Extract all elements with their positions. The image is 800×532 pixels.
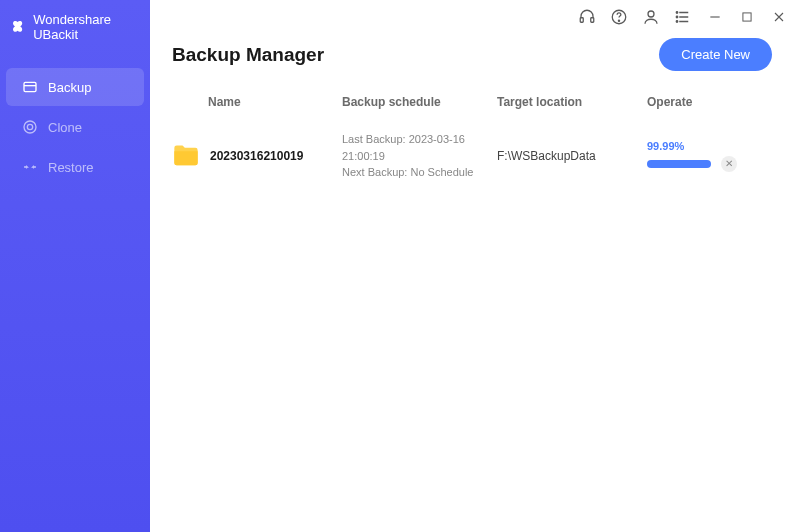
backup-name: 20230316210019 bbox=[210, 149, 303, 163]
user-icon[interactable] bbox=[642, 8, 660, 26]
svg-point-9 bbox=[676, 16, 678, 18]
sidebar-item-label: Restore bbox=[48, 160, 94, 175]
sidebar-item-label: Backup bbox=[48, 80, 91, 95]
col-header-target: Target location bbox=[497, 95, 647, 109]
sidebar-nav: Backup Clone Restore bbox=[0, 68, 150, 186]
svg-point-2 bbox=[27, 124, 32, 129]
schedule-cell: Last Backup: 2023-03-16 21:00:19 Next Ba… bbox=[342, 131, 497, 181]
next-backup-text: Next Backup: No Schedule bbox=[342, 164, 497, 181]
cancel-button[interactable]: ✕ bbox=[721, 156, 737, 172]
svg-point-1 bbox=[24, 121, 36, 133]
table-row[interactable]: 20230316210019 Last Backup: 2023-03-16 2… bbox=[150, 119, 800, 193]
svg-point-8 bbox=[676, 12, 678, 14]
col-header-name: Name bbox=[172, 95, 342, 109]
col-header-operate: Operate bbox=[647, 95, 772, 109]
table-header: Name Backup schedule Target location Ope… bbox=[150, 85, 800, 119]
sidebar-item-backup[interactable]: Backup bbox=[6, 68, 144, 106]
progress-bar bbox=[647, 160, 711, 168]
svg-rect-11 bbox=[743, 13, 751, 21]
brand-name: Wondershare UBackit bbox=[33, 12, 140, 42]
maximize-icon[interactable] bbox=[738, 8, 756, 26]
backup-icon bbox=[22, 79, 38, 95]
svg-point-6 bbox=[618, 20, 619, 21]
restore-icon bbox=[22, 159, 38, 175]
page-header: Backup Manager Create New bbox=[150, 30, 800, 85]
main: Backup Manager Create New Name Backup sc… bbox=[150, 0, 800, 532]
minimize-icon[interactable] bbox=[706, 8, 724, 26]
svg-point-7 bbox=[648, 11, 654, 17]
close-icon[interactable] bbox=[770, 8, 788, 26]
folder-icon bbox=[172, 144, 200, 168]
sidebar-item-restore[interactable]: Restore bbox=[6, 148, 144, 186]
svg-rect-4 bbox=[591, 18, 594, 23]
svg-rect-3 bbox=[580, 18, 583, 23]
svg-point-10 bbox=[676, 21, 678, 23]
sidebar-item-clone[interactable]: Clone bbox=[6, 108, 144, 146]
progress-percent: 99.99% bbox=[647, 140, 772, 152]
col-header-schedule: Backup schedule bbox=[342, 95, 497, 109]
svg-rect-0 bbox=[24, 82, 36, 91]
last-backup-text: Last Backup: 2023-03-16 21:00:19 bbox=[342, 131, 497, 164]
clone-icon bbox=[22, 119, 38, 135]
titlebar bbox=[150, 0, 800, 30]
sidebar-item-label: Clone bbox=[48, 120, 82, 135]
page-title: Backup Manager bbox=[172, 44, 324, 66]
butterfly-icon bbox=[10, 18, 25, 36]
create-new-button[interactable]: Create New bbox=[659, 38, 772, 71]
menu-icon[interactable] bbox=[674, 8, 692, 26]
target-cell: F:\WSBackupData bbox=[497, 149, 647, 163]
sidebar: Wondershare UBackit Backup Clone Restore bbox=[0, 0, 150, 532]
headset-icon[interactable] bbox=[578, 8, 596, 26]
operate-cell: 99.99% ✕ bbox=[647, 140, 772, 172]
brand: Wondershare UBackit bbox=[0, 0, 150, 60]
help-icon[interactable] bbox=[610, 8, 628, 26]
